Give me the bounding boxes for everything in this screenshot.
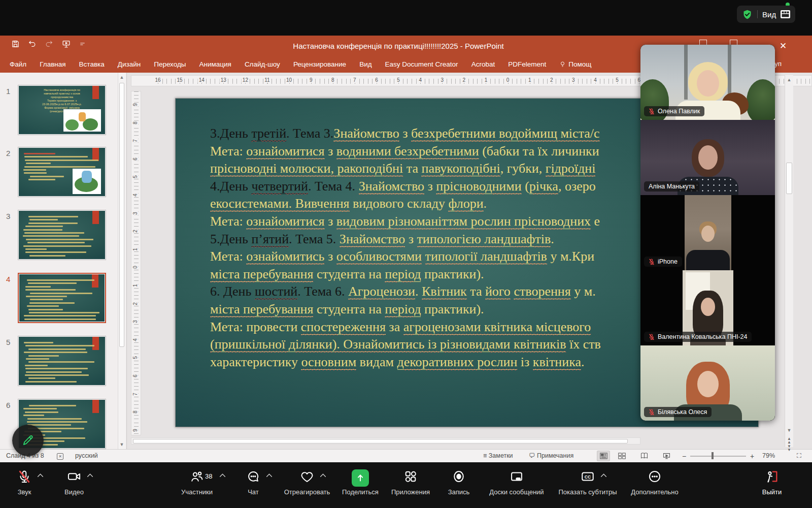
participant-tile[interactable]: Білявська Олеся — [640, 345, 775, 421]
mic-muted-icon — [649, 409, 655, 416]
normal-view-button[interactable] — [597, 451, 610, 461]
previous-slide-button[interactable]: ▲▲ — [785, 437, 793, 444]
thumbnail-number: 4 — [6, 275, 10, 283]
zoom-out-button[interactable]: − — [682, 452, 686, 460]
close-button[interactable]: ✕ — [777, 40, 789, 52]
ribbon-tab-6[interactable]: Анимация — [193, 60, 238, 68]
meeting-toolbar: ЗвукВидео38УчастникиЧатОтреагироватьПоде… — [0, 462, 812, 508]
shield-security-icon — [742, 9, 753, 20]
ribbon-tab-11[interactable]: Acrobat — [465, 60, 502, 68]
ribbon-tab-7[interactable]: Слайд-шоу — [238, 60, 287, 68]
vertical-scrollbar[interactable]: ▲ ▼ ▲▲ ▼▼ — [785, 75, 793, 447]
notes-button[interactable]: ≡ Заметки — [483, 452, 513, 459]
slide-thumbnail-4[interactable] — [18, 273, 106, 323]
participant-name-tag: Аліна Манькута — [644, 181, 699, 192]
participant-name: iPhone — [658, 258, 678, 265]
ribbon-tab-4[interactable]: Дизайн — [111, 60, 147, 68]
ribbon-tab-13[interactable]: Помощ — [553, 60, 598, 68]
comments-button[interactable]: 🗩 Примечания — [529, 452, 573, 459]
participant-name-tag: Білявська Олеся — [644, 407, 712, 417]
participant-tile[interactable]: iPhone — [640, 195, 775, 270]
slide-thumbnail-5[interactable] — [18, 336, 106, 386]
mic-muted-icon — [649, 334, 655, 340]
zoom-in-button[interactable]: + — [750, 452, 754, 460]
ribbon-tab-5[interactable]: Переходы — [147, 60, 192, 68]
horizontal-scrollbar[interactable] — [131, 437, 640, 444]
slide-sorter-button[interactable] — [615, 451, 628, 461]
record-icon — [452, 469, 466, 484]
ribbon-tab-10[interactable]: Easy Document Creator — [379, 60, 465, 68]
toolbar-button-more[interactable]: Дополнительно — [617, 468, 693, 496]
toolbar-button-label: Видео — [36, 488, 112, 496]
mic-muted-icon — [17, 469, 31, 484]
cc-icon: CC — [581, 469, 595, 484]
ribbon-tab-fragment: уп — [774, 60, 782, 68]
language-indicator[interactable]: русский — [75, 452, 98, 459]
camera-icon — [66, 469, 82, 484]
toolbar-button-whiteboard[interactable]: Доски сообщений — [479, 468, 555, 496]
ribbon-tab-2[interactable]: Главная — [33, 60, 72, 68]
participant-tile[interactable]: Аліна Манькута — [640, 120, 775, 195]
slide-text-block: 3.День третій. Тема 3.Знайомство з безхр… — [210, 125, 601, 371]
reading-view-button[interactable] — [637, 451, 651, 461]
ribbon-tab-3[interactable]: Вставка — [73, 60, 111, 68]
apps-icon — [403, 469, 418, 484]
participant-name-tag: iPhone — [644, 257, 682, 267]
lightbulb-icon — [559, 61, 566, 68]
slide-thumbnail-3[interactable] — [18, 210, 106, 260]
ppt-status-bar: Слайд 4 из 8 ✕ русский ≡ Заметки 🗩 Приме… — [0, 449, 812, 462]
participant-tile[interactable]: Олена Павлик — [640, 45, 775, 120]
slide-thumbnail-panel: 1Настановча конференція по навчальній пр… — [0, 73, 127, 449]
mic-muted-icon — [649, 259, 655, 265]
gallery-view-icon — [781, 10, 790, 18]
zoom-slider-thumb[interactable] — [712, 452, 714, 459]
chevron-up-icon[interactable] — [87, 473, 93, 478]
more-icon — [648, 469, 662, 484]
toolbar-button-label: Доски сообщений — [479, 488, 555, 496]
participants-icon — [190, 469, 204, 484]
ribbon-tab-9[interactable]: Вид — [353, 60, 378, 68]
slide-thumbnail-2[interactable] — [18, 147, 106, 197]
toolbar-button-leave[interactable]: Выйти — [734, 468, 810, 496]
mic-muted-icon — [649, 108, 655, 115]
slideshow-button[interactable] — [660, 451, 673, 461]
toolbar-button-video[interactable]: Видео — [36, 468, 112, 496]
toolbar-button-label: Показать субтитры — [550, 488, 626, 496]
thumbnail-number: 1 — [6, 87, 10, 96]
slide-thumbnail-1[interactable]: Настановча конференція по навчальній пра… — [18, 85, 106, 135]
participant-name: Аліна Манькута — [649, 183, 695, 190]
zoom-meeting-screen: Вид Настановча конференція по практиці!!… — [0, 0, 812, 508]
zoom-percentage[interactable]: 79% — [762, 452, 775, 459]
view-button-label[interactable]: Вид — [762, 10, 776, 19]
toolbar-button-captions[interactable]: CCПоказать субтитры — [550, 468, 626, 496]
divider — [757, 10, 758, 18]
spellcheck-icon[interactable]: ✕ — [57, 452, 63, 460]
heart-icon — [299, 469, 315, 484]
participant-video-panel: Олена ПавликАліна МанькутаiPhoneВалентин… — [640, 45, 775, 421]
thumbnail-number: 3 — [6, 212, 10, 220]
participant-tile[interactable]: Валентина Ковальська ПНІ-24 — [640, 270, 775, 345]
participant-count: 38 — [205, 472, 212, 480]
next-slide-button[interactable]: ▼▼ — [785, 444, 793, 452]
thumbnail-scrollbar[interactable]: ▲ ▼ — [118, 73, 125, 449]
svg-text:CC: CC — [585, 474, 591, 480]
thumbnail-number: 2 — [6, 149, 10, 157]
participant-name: Білявська Олеся — [658, 408, 707, 416]
thumbnail-number: 6 — [6, 401, 10, 409]
ribbon-tab-1[interactable]: Файл — [3, 60, 33, 68]
leave-icon — [765, 469, 779, 484]
ribbon-tab-8[interactable]: Рецензирование — [287, 60, 353, 68]
participant-name: Олена Павлик — [658, 108, 700, 115]
toolbar-button-label: Дополнительно — [617, 488, 693, 496]
annotate-pencil-button[interactable] — [12, 425, 44, 456]
toolbar-button-label: Выйти — [734, 488, 810, 496]
participant-name-tag: Олена Павлик — [644, 106, 704, 116]
view-control[interactable]: Вид — [737, 6, 795, 23]
zoom-slider[interactable] — [690, 456, 746, 457]
chevron-up-icon[interactable] — [600, 473, 607, 478]
fit-to-window-icon[interactable]: ⛶ — [797, 452, 801, 460]
chat-icon — [246, 469, 260, 484]
vertical-ruler: 9876543210123456789 — [131, 91, 141, 435]
thumbnail-number: 5 — [6, 338, 10, 346]
ribbon-tab-12[interactable]: PDFelement — [501, 60, 553, 68]
